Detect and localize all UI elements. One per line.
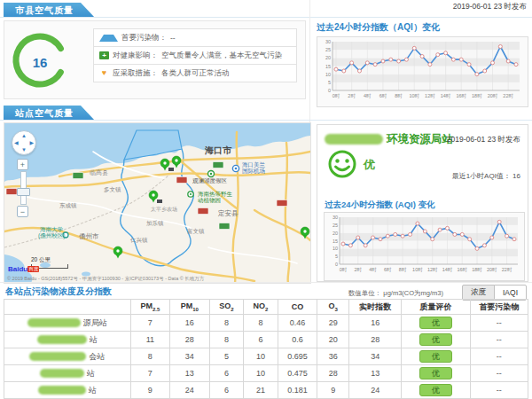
city-chart: 0510152025300时2时4时6时8时10时12时14时16时18时20时… <box>317 36 528 107</box>
road-badge <box>6 189 17 195</box>
col-header <box>4 300 131 315</box>
value-cell: 9 <box>317 382 349 399</box>
zoom-in-button[interactable]: + <box>17 159 28 170</box>
info-row: ♥应采取措施：各类人群可正常活动 <box>93 64 297 82</box>
svg-text:10时: 10时 <box>412 267 423 272</box>
road-badge <box>198 208 208 215</box>
svg-text:16时: 16时 <box>457 267 467 272</box>
col-header: 首要污染物 <box>470 300 528 315</box>
station-name-redacted <box>40 369 84 378</box>
svg-text:10: 10 <box>325 72 331 77</box>
city-chart-title: 过去24小时分指数（AQI）变化 <box>317 21 528 34</box>
svg-text:2时: 2时 <box>355 267 363 272</box>
station-aqi-note: 最近1小时AQI值： 16 <box>452 171 520 181</box>
grade-badge: 优 <box>419 384 452 396</box>
pan-control[interactable]: ▲ ▼ ◀ ▶ <box>12 130 36 155</box>
value-cell: 7 <box>130 315 170 332</box>
zoom-slider-handle[interactable] <box>17 188 30 196</box>
svg-text:30: 30 <box>332 215 338 220</box>
info-label: 首要污染物： <box>121 33 167 43</box>
divider <box>0 17 532 18</box>
info-value: 各类人群可正常活动 <box>161 68 230 79</box>
value-cell: 21 <box>244 382 278 399</box>
grade-badge: 优 <box>419 317 452 329</box>
svg-text:10时: 10时 <box>409 93 419 98</box>
station-name: 环境资源局站 <box>387 132 453 147</box>
map-label: 多文镇 <box>104 186 121 192</box>
station-name-suffix: 站 <box>87 369 95 378</box>
map-label: 定安县 <box>217 209 239 217</box>
value-cell: 8 <box>209 332 244 348</box>
map-label: 观澜湖度假区 <box>192 177 228 184</box>
col-header: SO2 <box>209 300 244 315</box>
svg-text:0时: 0时 <box>340 267 348 272</box>
svg-text:15: 15 <box>325 64 331 69</box>
publish-time: 2019-06-01 23 时发布 <box>453 2 527 12</box>
svg-text:4时: 4时 <box>369 267 377 272</box>
unit-note: 数值单位： μg/m3(CO为mg/m3) <box>348 289 443 298</box>
flask-icon <box>99 35 118 42</box>
value-cell: 34 <box>170 348 210 365</box>
table-row: 源局站716880.462916优-- <box>4 315 528 332</box>
value-cell: 6 <box>244 332 278 348</box>
pan-down-icon[interactable]: ▼ <box>21 147 27 153</box>
primary-pollutant-cell: -- <box>470 348 528 365</box>
svg-text:16时: 16时 <box>456 93 466 98</box>
value-cell: 6 <box>209 365 244 382</box>
col-header: O3 <box>317 300 349 315</box>
value-cell: 28 <box>317 365 349 382</box>
station-name-redacted <box>38 386 86 395</box>
tab-city-air-quality: 市县空气质量 <box>4 3 95 18</box>
aqi-value: 16 <box>24 55 56 70</box>
value-cell: 20 <box>317 332 349 348</box>
svg-text:18时: 18时 <box>472 267 482 272</box>
svg-text:6时: 6时 <box>379 93 387 98</box>
value-cell: 24 <box>170 382 210 399</box>
svg-text:30: 30 <box>325 39 331 44</box>
map-label: 国际机场 <box>242 168 265 175</box>
primary-pollutant-cell: -- <box>470 365 528 382</box>
svg-text:14时: 14时 <box>441 93 451 98</box>
primary-pollutant-cell: -- <box>470 382 528 399</box>
pan-left-icon[interactable]: ◀ <box>14 140 19 145</box>
svg-text:18时: 18时 <box>472 93 482 98</box>
table-title: 各站点污染物浓度及分指数 <box>5 286 112 298</box>
grade-badge: 优 <box>419 333 452 346</box>
map-label: 加乐镇 <box>146 220 164 226</box>
heart-icon: ♥ <box>99 69 109 77</box>
divider <box>0 120 532 121</box>
station-name-redacted <box>27 318 81 327</box>
info-list: 首要污染物：--+对健康影响：空气质量令人满意，基本无空气污染♥应采取措施：各类… <box>93 29 297 82</box>
pan-right-icon[interactable]: ▶ <box>29 140 34 145</box>
station-chart: 0510152025300时2时4时6时8时10时12时14时16时18时20时… <box>324 212 525 281</box>
zoom-control[interactable]: + − <box>17 159 29 217</box>
grade-badge: 优 <box>419 367 452 379</box>
station-name-suffix: 源局站 <box>83 318 107 327</box>
value-cell: 13 <box>170 365 210 382</box>
station-map[interactable]: 海口市海口美兰国际机场观澜湖度假区海南热带野生动植物园定安县富文镇临高县多文镇东… <box>4 122 311 284</box>
station-name-redacted <box>29 352 86 361</box>
value-cell: 0.6 <box>278 332 317 348</box>
svg-text:4时: 4时 <box>364 93 372 98</box>
map-label: 东成镇 <box>59 202 77 208</box>
svg-text:15: 15 <box>332 239 338 244</box>
value-cell: 0.181 <box>278 382 317 399</box>
zoom-out-button[interactable]: − <box>17 206 28 217</box>
pan-up-icon[interactable]: ▲ <box>21 133 27 138</box>
zoom-track[interactable] <box>20 171 27 205</box>
value-cell: 11 <box>130 332 170 348</box>
info-value: 空气质量令人满意，基本无空气污染 <box>161 51 282 61</box>
col-header: PM2.5 <box>130 300 170 315</box>
primary-pollutant-cell: -- <box>470 332 528 348</box>
station-aqi-line-chart: 0510152025300时2时4时6时8时10时12时14时16时18时20时… <box>326 215 522 275</box>
value-cell: 24 <box>348 382 401 399</box>
value-cell: 7 <box>130 365 170 382</box>
road-badge <box>219 223 230 230</box>
station-name-suffix: 站 <box>90 335 98 344</box>
svg-text:5: 5 <box>335 254 338 259</box>
value-cell: 0.695 <box>278 348 317 365</box>
svg-text:0: 0 <box>335 262 338 267</box>
road-badge <box>213 162 223 168</box>
value-cell: 8 <box>130 348 170 365</box>
map-label: 仁兴镇 <box>130 237 148 244</box>
